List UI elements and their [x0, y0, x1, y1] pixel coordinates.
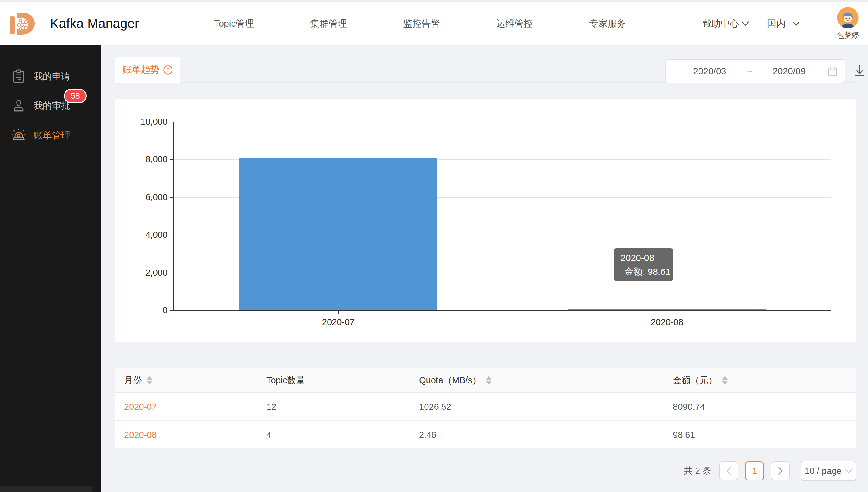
- sidebar-item-label: 账单管理: [33, 129, 70, 142]
- sidebar-collapse-trigger[interactable]: [0, 486, 92, 492]
- page-size-value: 10 / page: [805, 466, 842, 476]
- quota-cell: 1026.52: [419, 393, 451, 420]
- col-label: Quota（MB/s）: [419, 374, 481, 387]
- y-axis-label: 2,000: [122, 268, 168, 278]
- table-row: 2020-08 4 2.46 98.61: [115, 421, 857, 448]
- caret-up-icon[interactable]: [147, 376, 152, 379]
- sidebar-item-label: 我的申请: [33, 70, 70, 83]
- nav-monitor[interactable]: 监控告警: [403, 18, 440, 30]
- table-header-row: 月份 Topic数量 Quota（MB/s） 金额（元）: [115, 368, 857, 393]
- caret-down-icon[interactable]: [722, 381, 728, 385]
- approvals-count-badge: 58: [65, 90, 86, 102]
- total-count-label: 共 2 条: [684, 465, 711, 477]
- amount-cell: 98.61: [673, 421, 695, 449]
- tooltip-series-row: 金额: 98.61: [620, 266, 666, 278]
- prev-page-button[interactable]: [719, 462, 738, 481]
- help-center-label: 帮助中心: [702, 18, 739, 30]
- region-select[interactable]: 国内: [767, 18, 800, 30]
- x-axis-label: 2020-08: [633, 317, 701, 327]
- range-start-value[interactable]: 2020/03: [693, 66, 726, 76]
- month-link[interactable]: 2020-08: [124, 421, 157, 449]
- caret-up-icon[interactable]: [722, 376, 728, 379]
- col-header-quota[interactable]: Quota（MB/s）: [419, 368, 492, 392]
- chevron-down-icon: [742, 21, 749, 26]
- y-axis-label: 8,000: [122, 154, 168, 165]
- header-right: 帮助中心 国内 包梦婷: [702, 7, 859, 40]
- col-label: 金额（元）: [673, 374, 717, 387]
- alarm-icon: [11, 128, 26, 142]
- amount-cell: 8090.74: [673, 393, 705, 420]
- sorter-icon[interactable]: [147, 376, 152, 385]
- sidebar-item-label: 我的审批: [33, 100, 70, 112]
- col-header-amount[interactable]: 金额（元）: [673, 368, 728, 392]
- sorter-icon[interactable]: [722, 376, 728, 385]
- topic-count-cell: 4: [266, 421, 271, 449]
- col-label: Topic数量: [266, 374, 305, 387]
- sidebar-item-billing[interactable]: 账单管理: [0, 121, 101, 150]
- y-axis-label: 0: [122, 305, 168, 315]
- caret-up-icon[interactable]: [486, 376, 492, 379]
- tab-bill-trend-label: 账单趋势: [123, 64, 159, 76]
- chevron-down-icon: [845, 469, 852, 473]
- x-axis-tick: [338, 312, 338, 315]
- y-axis-label: 10,000: [122, 117, 168, 127]
- range-end-value[interactable]: 2020/09: [773, 66, 805, 76]
- col-label: 月份: [124, 374, 142, 387]
- nav-expert[interactable]: 专家服务: [589, 18, 626, 30]
- pagination: 共 2 条 1 10 / page: [115, 460, 857, 482]
- app-title: Kafka Manager: [50, 16, 139, 31]
- quota-cell: 2.46: [419, 421, 436, 449]
- gridline: [174, 122, 831, 122]
- x-axis-label: 2020-07: [305, 317, 372, 327]
- nav-cluster[interactable]: 集群管理: [310, 18, 347, 30]
- bill-table: 月份 Topic数量 Quota（MB/s） 金额（元） 2020-07: [115, 368, 857, 448]
- top-strip: [0, 0, 868, 2]
- kafka-manager-logo-icon: [8, 9, 37, 38]
- chevron-left-icon: [725, 466, 732, 475]
- app-header: Kafka Manager Topic管理 集群管理 监控告警 运维管控 专家服…: [0, 2, 868, 45]
- month-range-picker[interactable]: 2020/03 ~ 2020/09: [665, 59, 845, 83]
- bar-2020-07[interactable]: [239, 158, 437, 311]
- chart-tooltip: 2020-08 金额: 98.61: [614, 248, 673, 281]
- month-link[interactable]: 2020-07: [124, 393, 157, 420]
- tooltip-value: 金额: 98.61: [624, 266, 671, 278]
- clipboard-icon: [11, 69, 26, 83]
- caret-down-icon[interactable]: [486, 381, 492, 385]
- svg-text:?: ?: [166, 67, 169, 73]
- user-avatar[interactable]: [837, 7, 859, 28]
- question-circle-icon[interactable]: ?: [163, 65, 173, 75]
- next-page-button[interactable]: [771, 462, 790, 481]
- stamp-icon: [11, 99, 26, 113]
- col-header-topic-count[interactable]: Topic数量: [266, 368, 305, 392]
- sorter-icon[interactable]: [486, 376, 492, 385]
- col-header-month[interactable]: 月份: [124, 368, 152, 392]
- chevron-down-icon: [792, 21, 800, 26]
- y-axis-label: 6,000: [122, 192, 168, 202]
- download-icon[interactable]: [853, 64, 867, 78]
- topic-count-cell: 12: [266, 393, 276, 420]
- region-label: 国内: [767, 18, 785, 30]
- help-center-link[interactable]: 帮助中心: [702, 18, 749, 30]
- caret-down-icon[interactable]: [147, 381, 152, 385]
- sidebar-item-my-applications[interactable]: 我的申请: [0, 62, 101, 91]
- x-axis-tick: [667, 312, 667, 315]
- main-nav: Topic管理 集群管理 监控告警 运维管控 专家服务: [214, 18, 626, 30]
- tooltip-category: 2020-08: [620, 253, 666, 263]
- y-axis-label: 4,000: [122, 230, 168, 240]
- y-axis: [173, 122, 174, 311]
- page-size-select[interactable]: 10 / page: [801, 461, 857, 481]
- table-row: 2020-07 12 1026.52 8090.74: [115, 393, 857, 421]
- user-name: 包梦婷: [837, 30, 859, 40]
- range-separator: ~: [747, 66, 752, 76]
- page-1-button[interactable]: 1: [745, 462, 764, 481]
- x-axis: [173, 311, 831, 312]
- sidebar: 我的申请 我的审批 58 账单管理: [0, 45, 101, 492]
- chevron-right-icon: [777, 466, 783, 475]
- sidebar-item-my-approvals[interactable]: 我的审批: [0, 91, 101, 120]
- user-block[interactable]: 包梦婷: [837, 7, 859, 40]
- nav-ops[interactable]: 运维管控: [496, 18, 533, 30]
- tab-bill-trend[interactable]: 账单趋势 ?: [115, 57, 181, 83]
- chart-crosshair-line: [667, 122, 667, 311]
- bill-trend-chart: 02,0004,0006,0008,00010,0002020-072020-0…: [115, 99, 857, 342]
- nav-topic[interactable]: Topic管理: [214, 18, 254, 30]
